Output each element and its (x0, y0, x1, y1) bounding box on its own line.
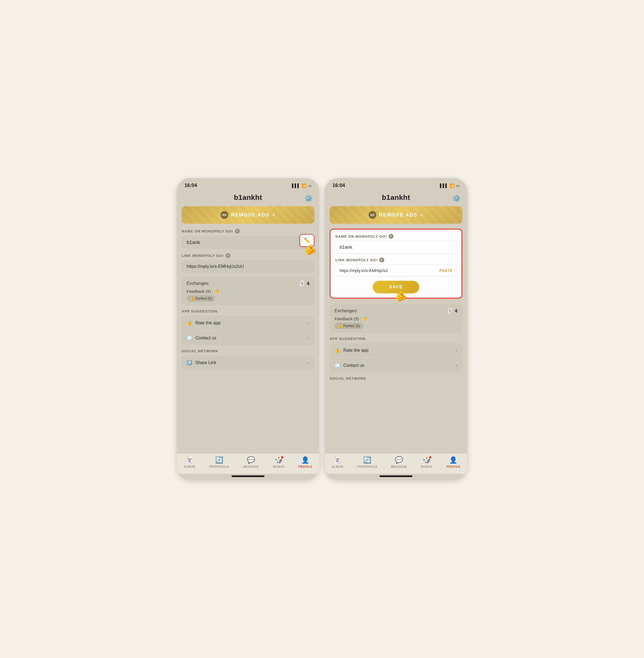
bonus-label-right: BONUS (421, 465, 433, 468)
message-icon-left: 💬 (247, 456, 255, 464)
contact-item-right[interactable]: ✉️ Contact us › (330, 358, 462, 372)
header-left: b1ankht ⚙️ (177, 190, 319, 206)
home-indicator-right (380, 475, 412, 477)
link-section-label-right: LINK MONOPOLY GO! ? (336, 257, 457, 263)
content-right: AD REMOVE ADS ✦ NAME ON MONOPOLY GO! ? L… (325, 206, 467, 453)
feedback-row-right: Feedback (5) : 🤚 (335, 316, 457, 321)
pointer-hand-left: 🫵 (304, 244, 317, 255)
album-label-right: ALBUM (331, 465, 343, 468)
remove-ads-button-right[interactable]: AD REMOVE ADS ✦ (330, 206, 462, 224)
nav-proposals-right[interactable]: 🔄 PROPOSALS (357, 456, 377, 468)
settings-icon-left[interactable]: ⚙️ (304, 195, 313, 202)
social-label-right: SOCIAL NETWORK (330, 377, 462, 381)
proposals-label-left: PROPOSALS (209, 465, 229, 468)
status-bar-left: 16:04 ▌▌▌ 📶 ▭ (177, 178, 319, 190)
link-section-left: LINK MONOPOLY GO! ? https://mply.io/s-EM… (182, 253, 314, 273)
pointer-hand-save-right: 🫵 (395, 291, 407, 302)
stats-card-left: Exchanges: 🃏 4 Feedback (5) : 🤚 👍 Perfec… (182, 277, 314, 305)
profile-icon-right: 👤 (449, 456, 457, 464)
stats-card-right: Exchanges: 🃏 4 Feedback (5) : 🤚 👍 Perfec… (330, 304, 462, 333)
status-icons-right: ▌▌▌ 📶 ▭ (440, 183, 460, 188)
nav-message-right[interactable]: 💬 MESSAGE (391, 456, 407, 468)
nav-bonus-left[interactable]: 🎲 BONUS (273, 456, 284, 468)
name-label-left: NAME ON MONOPOLY GO! ? (182, 229, 314, 233)
feedback-row-left: Feedback (5) : 🤚 (187, 289, 309, 294)
ad-badge-right: AD (369, 211, 376, 219)
remove-ads-button-left[interactable]: AD REMOVE ADS ✦ (182, 206, 314, 224)
proposals-icon-left: 🔄 (215, 456, 223, 464)
chevron-contact-right: › (456, 362, 457, 368)
remove-ads-text-left: REMOVE ADS (231, 212, 269, 218)
rate-app-item-right[interactable]: 👍 Rate the app › (330, 343, 462, 358)
app-title-right: b1ankht (382, 193, 410, 202)
sparkle-icon-left: ✦ (272, 213, 275, 217)
nav-album-right[interactable]: 🃏 ALBUM (331, 456, 343, 468)
thumbs-up-icon-right: 👍 (335, 348, 340, 353)
status-icons-left: ▌▌▌ 📶 ▭ (292, 183, 312, 188)
rate-app-left-right: 👍 Rate the app (335, 348, 369, 353)
link-question-badge-right: ? (379, 257, 384, 263)
proposals-label-right: PROPOSALS (357, 465, 377, 468)
exchange-icon-left: 🃏 (299, 280, 305, 287)
battery-icon: ▭ (308, 183, 312, 188)
thumbs-up-icon-left: 👍 (187, 320, 192, 325)
exchange-icon-right: 🃏 (447, 308, 453, 314)
contact-left-left: ✉️ Contact us (187, 335, 216, 341)
contact-item-left[interactable]: ✉️ Contact us › (182, 331, 314, 345)
app-suggestion-section-right: APP SUGGESTION 👍 Rate the app › ✉️ Conta… (330, 337, 462, 372)
social-section-right: SOCIAL NETWORK (330, 377, 462, 381)
message-icon-right: 💬 (395, 456, 403, 464)
status-time-left: 16:04 (184, 183, 197, 188)
social-section-left: SOCIAL NETWORK ↗️ Share Link › (182, 349, 314, 370)
name-input-right[interactable] (336, 241, 457, 254)
bottom-nav-left: 🃏 ALBUM 🔄 PROPOSALS 💬 MESSAGE 🎲 BONUS (177, 453, 319, 474)
perfect-badge-right: 👍 Perfect (5) (335, 323, 363, 329)
link-value-left: https://mply.io/s-EMHqUs2oU (187, 264, 244, 269)
wifi-icon-right: 📶 (450, 183, 454, 188)
status-bar-right: 16:04 ▌▌▌ 📶 ▭ (325, 178, 467, 190)
album-icon-right: 🃏 (333, 456, 342, 464)
social-label-left: SOCIAL NETWORK (182, 349, 314, 353)
chevron-contact-left: › (308, 335, 309, 341)
exchanges-value-right: 🃏 4 (447, 308, 457, 314)
feedback-icon-right: 🤚 (363, 316, 368, 321)
edit-overlay-right: NAME ON MONOPOLY GO! ? LINK MONOPOLY GO!… (330, 229, 462, 299)
share-link-left: ↗️ Share Link (187, 360, 216, 365)
contact-left-right: ✉️ Contact us (335, 363, 364, 368)
paste-button-right[interactable]: PASTE (435, 266, 456, 275)
settings-icon-right[interactable]: ⚙️ (453, 195, 461, 202)
app-container: 16:04 ▌▌▌ 📶 ▭ b1ankht ⚙️ AD REMOVE ADS ✦ (168, 173, 476, 485)
bonus-label-left: BONUS (273, 465, 284, 468)
nav-message-left[interactable]: 💬 MESSAGE (243, 456, 259, 468)
app-suggestion-label-left: APP SUGGESTION (182, 309, 314, 313)
nav-profile-left[interactable]: 👤 PROFILE (298, 456, 313, 468)
app-title-left: b1ankht (234, 193, 262, 202)
name-question-badge-left: ? (235, 229, 240, 233)
album-label-left: ALBUM (184, 465, 195, 468)
home-indicator-left (232, 475, 264, 477)
message-label-right: MESSAGE (391, 465, 407, 468)
share-link-item-left[interactable]: ↗️ Share Link › (182, 355, 314, 370)
link-input-right[interactable] (336, 265, 435, 276)
exchanges-label-left: Exchanges: (187, 281, 210, 286)
nav-profile-right[interactable]: 👤 PROFILE (446, 456, 460, 468)
name-value-left: b1ank (187, 240, 200, 245)
signal-icon: ▌▌▌ (292, 183, 300, 188)
profile-icon-left: 👤 (301, 456, 309, 464)
left-phone: 16:04 ▌▌▌ 📶 ▭ b1ankht ⚙️ AD REMOVE ADS ✦ (177, 178, 319, 480)
header-right: b1ankht ⚙️ (325, 190, 467, 206)
rate-app-item-left[interactable]: 👍 Rate the app › (182, 316, 314, 330)
link-input-row-right: PASTE (336, 265, 457, 276)
bottom-nav-right: 🃏 ALBUM 🔄 PROPOSALS 💬 MESSAGE 🎲 BONUS (325, 453, 467, 474)
chevron-rate-right: › (456, 347, 457, 353)
exchanges-label-right: Exchanges: (335, 309, 358, 313)
bonus-dot-left (281, 456, 283, 458)
name-section-left: NAME ON MONOPOLY GO! ? b1ank ✏️ 🫵 (182, 229, 314, 249)
nav-proposals-left[interactable]: 🔄 PROPOSALS (209, 456, 229, 468)
nav-bonus-right[interactable]: 🎲 BONUS (421, 456, 433, 468)
exchanges-row-right: Exchanges: 🃏 4 (335, 308, 457, 314)
name-section-label-right: NAME ON MONOPOLY GO! ? (336, 234, 457, 239)
nav-album-left[interactable]: 🃏 ALBUM (184, 456, 195, 468)
remove-ads-text-right: REMOVE ADS (379, 212, 417, 218)
name-question-badge-right: ? (389, 234, 393, 239)
